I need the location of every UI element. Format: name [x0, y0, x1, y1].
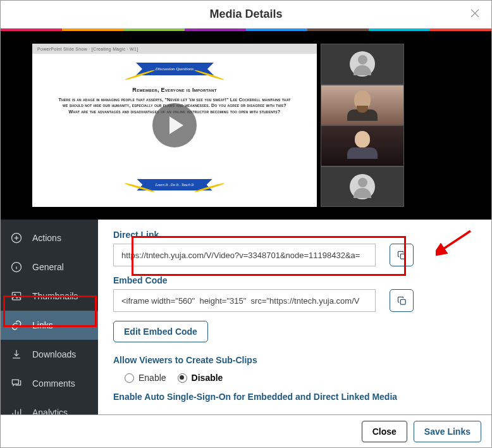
- svg-rect-2: [12, 292, 20, 300]
- sidebar-item-label: Downloads: [32, 349, 76, 359]
- sidebar-item-actions[interactable]: Actions: [1, 223, 98, 252]
- modal-title: Media Details: [209, 8, 282, 21]
- embed-code-input[interactable]: [113, 289, 376, 312]
- sidebar-item-downloads[interactable]: Downloads: [1, 340, 98, 369]
- avatar-icon: [350, 51, 375, 77]
- copy-embed-code-button[interactable]: [390, 289, 414, 312]
- webcam-column: [321, 44, 404, 207]
- main-row: Actions General Thumbnails Links Downloa…: [1, 220, 491, 416]
- sidebar-item-label: Comments: [32, 378, 75, 389]
- sidebar-item-label: Links: [32, 320, 53, 330]
- slide-panel: PowerPoint Slide Show · [Creating Magic …: [32, 44, 317, 207]
- subclips-radio-group: Enable Disable: [113, 369, 476, 392]
- subclips-enable-radio[interactable]: Enable: [125, 373, 166, 383]
- image-icon: [9, 289, 23, 303]
- comments-icon: [9, 376, 23, 390]
- svg-rect-5: [400, 254, 405, 259]
- close-button[interactable]: Close: [362, 421, 407, 442]
- copy-icon: [397, 250, 407, 261]
- copy-icon: [397, 296, 407, 306]
- sidebar-item-comments[interactable]: Comments: [1, 369, 98, 398]
- modal-header: Media Details: [1, 1, 491, 28]
- webcam-tile-avatar: [321, 44, 404, 85]
- close-icon[interactable]: [469, 7, 481, 22]
- subclips-disable-radio[interactable]: Disable: [178, 373, 223, 383]
- media-details-modal: Media Details PowerPoint Slide Show · [C…: [0, 0, 492, 448]
- slide-ribbon-top: Discussion Questions: [145, 63, 205, 75]
- decoration-swoosh-top: [124, 74, 225, 84]
- sidebar-item-label: General: [32, 262, 64, 272]
- plus-circle-icon: [9, 231, 23, 245]
- decoration-swoosh-bottom: [124, 187, 225, 196]
- subclips-label: Allow Viewers to Create Sub-Clips: [113, 355, 476, 365]
- link-icon: [9, 318, 23, 332]
- info-circle-icon: [9, 260, 23, 274]
- webcam-tile-person1: [321, 85, 404, 126]
- webcam-tile-avatar: [321, 166, 404, 208]
- embed-code-label: Embed Code: [113, 275, 476, 285]
- slide-titlebar: PowerPoint Slide Show · [Creating Magic …: [32, 44, 317, 54]
- sidebar-item-label: Actions: [32, 233, 61, 243]
- avatar-icon: [350, 174, 375, 199]
- svg-rect-6: [400, 299, 405, 304]
- play-icon[interactable]: [152, 103, 197, 147]
- video-preview: PowerPoint Slide Show · [Creating Magic …: [1, 31, 491, 220]
- sidebar-item-links[interactable]: Links: [1, 311, 98, 340]
- sidebar-item-label: Thumbnails: [32, 291, 78, 301]
- slide-heading: Remember, Everyone is Important: [58, 87, 292, 93]
- webcam-tile-person2: [321, 125, 404, 166]
- sidebar-item-general[interactable]: General: [1, 252, 98, 282]
- direct-link-label: Direct Link: [113, 230, 476, 240]
- save-links-button[interactable]: Save Links: [414, 421, 481, 442]
- edit-embed-code-button[interactable]: Edit Embed Code: [113, 321, 208, 342]
- direct-link-input[interactable]: [113, 244, 376, 266]
- sidebar: Actions General Thumbnails Links Downloa…: [1, 220, 98, 416]
- links-panel: Direct Link Embed Code Edit Embed Code A…: [98, 220, 491, 416]
- sso-label: Enable Auto Single-Sign-On for Embedded …: [113, 392, 476, 402]
- copy-direct-link-button[interactable]: [390, 244, 414, 266]
- download-icon: [9, 347, 23, 361]
- modal-footer: Close Save Links: [1, 414, 491, 447]
- sidebar-item-thumbnails[interactable]: Thumbnails: [1, 282, 98, 311]
